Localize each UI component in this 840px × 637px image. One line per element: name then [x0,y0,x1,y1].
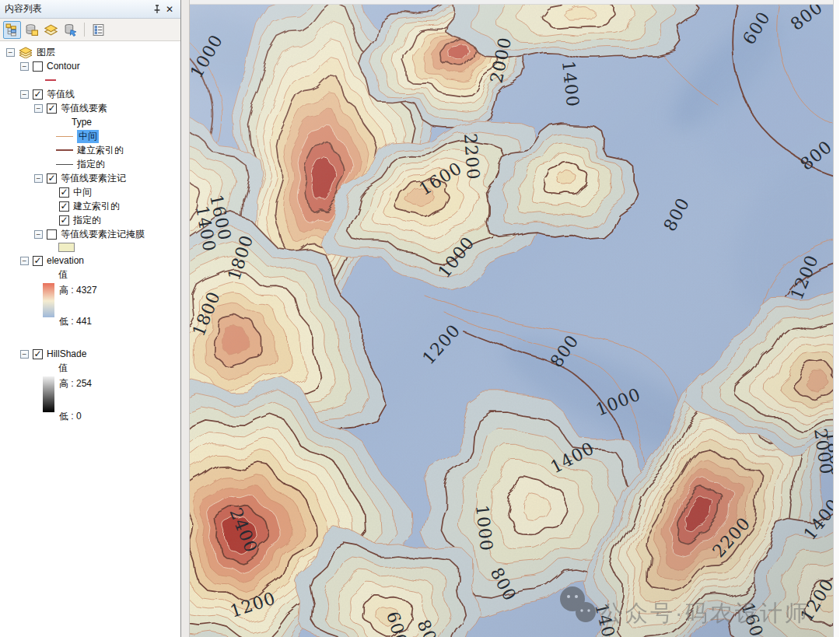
collapse-icon[interactable] [20,90,29,99]
toolbar-separator [84,23,85,37]
tree-item-dengzhixian[interactable]: 等值线 [0,87,180,101]
map-top-edge [190,0,839,5]
yaosu-label: 等值线要素 [61,102,107,115]
tree-item-anno-indexed[interactable]: 建立索引的 [0,199,180,213]
tree-item-annotation[interactable]: 等值线要素注记 [0,171,180,185]
legend-item-mid[interactable]: 中间 [0,129,180,143]
collapse-icon[interactable] [20,350,29,359]
mask-label: 等值线要素注记掩膜 [61,228,145,241]
toc-toolbar [0,19,180,41]
checkbox-anno-indexed[interactable] [59,201,69,212]
list-by-source-icon[interactable] [23,21,40,39]
hillshade-ramp [43,376,54,412]
collapse-icon[interactable] [34,174,43,183]
layers-label: 图层 [37,46,55,59]
pin-icon[interactable] [151,3,163,16]
collapse-icon[interactable] [20,257,29,265]
elevation-high-label: 高 : 4327 [59,284,97,297]
checkbox-annotation[interactable] [47,173,57,184]
anno-mid-label: 中间 [73,186,92,199]
checkbox-dengzhixian[interactable] [33,89,43,100]
layers-icon [19,47,33,58]
hillshade-high-label: 高 : 254 [59,377,92,390]
anno-specified-label: 指定的 [73,214,101,227]
dengzhixian-label: 等值线 [47,88,75,101]
checkbox-mask[interactable] [47,229,57,240]
map-view: 1000200022001400600800140016001600800180… [190,0,839,637]
elevation-value-header: 值 [0,268,180,282]
indexed-label: 建立索引的 [77,144,124,157]
hillshade-legend: 高 : 254 低 : 0 [0,376,180,423]
list-by-drawing-order-icon[interactable] [3,21,21,39]
map-canvas[interactable]: 1000200022001400600800140016001600800180… [190,5,833,637]
list-by-visibility-icon[interactable] [42,21,60,39]
close-icon[interactable]: ✕ [163,3,176,16]
indexed-line-symbol [56,149,73,151]
contour-label: Contour [47,61,80,72]
panel-titlebar: 内容列表 ✕ [0,0,180,19]
panel-splitter[interactable] [181,0,190,637]
map-scrollbar-strip[interactable] [833,0,839,637]
elevation-low-label: 低 : 441 [59,315,97,328]
elevation-label: elevation [47,255,84,266]
specified-line-symbol [56,164,73,165]
arcmap-window: 内容列表 ✕ [0,0,840,637]
hillshade-label: HillShade [47,348,86,359]
legend-item-specified[interactable]: 指定的 [0,157,180,171]
checkbox-hillshade[interactable] [33,349,43,359]
contour-line-symbol [45,79,56,81]
legend-type-header: Type [0,115,180,129]
checkbox-anno-mid[interactable] [59,187,69,198]
checkbox-yaosu[interactable] [47,103,57,114]
collapse-icon[interactable] [34,230,43,239]
mid-line-symbol [56,136,73,137]
mask-symbol-row [0,241,180,254]
elevation-legend: 高 : 4327 低 : 441 [0,283,180,328]
tree-item-anno-specified[interactable]: 指定的 [0,213,180,227]
hillshade-low-label: 低 : 0 [59,410,92,423]
watermark-text: 公众号·码农设计师 [600,600,810,625]
checkbox-elevation[interactable] [33,256,43,266]
table-of-contents-panel: 内容列表 ✕ [0,0,181,637]
tree-item-contour[interactable]: Contour [0,59,180,73]
legend-item-indexed[interactable]: 建立索引的 [0,143,180,157]
mask-swatch [58,243,75,252]
elevation-ramp [43,283,54,317]
layer-tree: 图层 Contour 等值线 等值线要素 Type [0,41,180,637]
hillshade-value-header: 值 [0,361,180,375]
tree-item-elevation[interactable]: elevation [0,254,180,268]
anno-indexed-label: 建立索引的 [73,200,120,213]
list-by-selection-icon[interactable] [61,21,79,39]
checkbox-anno-specified[interactable] [59,215,69,226]
tree-item-mask[interactable]: 等值线要素注记掩膜 [0,227,180,241]
annotation-label: 等值线要素注记 [61,172,126,185]
specified-label: 指定的 [77,158,105,171]
mid-label[interactable]: 中间 [77,130,99,143]
collapse-icon[interactable] [6,48,15,57]
collapse-icon[interactable] [20,62,29,71]
checkbox-contour[interactable] [33,61,43,72]
contour-symbol-row [0,73,180,87]
tree-item-layers[interactable]: 图层 [0,45,180,59]
options-icon[interactable] [89,21,107,39]
tree-item-yaosu[interactable]: 等值线要素 [0,101,180,115]
collapse-icon[interactable] [34,104,43,113]
panel-title: 内容列表 [5,2,151,16]
tree-item-anno-mid[interactable]: 中间 [0,185,180,199]
tree-item-hillshade[interactable]: HillShade [0,347,180,361]
